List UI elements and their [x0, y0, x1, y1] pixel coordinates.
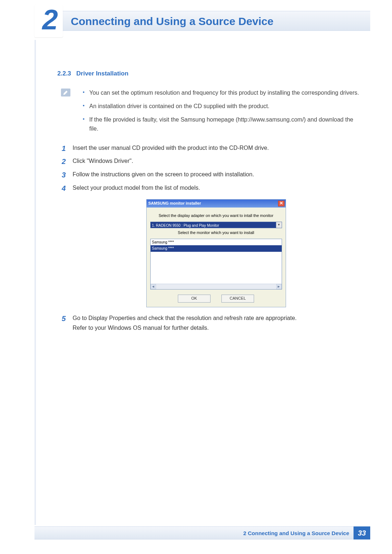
chapter-number: 2 — [42, 5, 56, 34]
dialog-body: Select the display adapter on which you … — [147, 208, 286, 307]
step-extra-text: Refer to your Windows OS manual for furt… — [73, 324, 359, 333]
close-icon[interactable]: ✕ — [278, 201, 285, 206]
step-text: Click "Windows Driver". — [73, 158, 133, 164]
horizontal-scrollbar[interactable]: ◄ ► — [151, 284, 282, 289]
scroll-left-icon[interactable]: ◄ — [151, 284, 156, 289]
cancel-button[interactable]: CANCEL — [221, 295, 254, 303]
adapter-combobox[interactable]: 1. RADEON 9550 : Plug and Play Monitor ▾ — [150, 222, 282, 228]
note-item: An installation driver is contained on t… — [83, 102, 359, 111]
step-number: 1 — [62, 143, 66, 154]
adapter-label: Select the display adapter on which you … — [150, 213, 282, 219]
scroll-right-icon[interactable]: ► — [276, 284, 282, 289]
step-item: 1 Insert the user manual CD provided wit… — [62, 144, 359, 153]
step-text: Follow the instructions given on the scr… — [73, 171, 254, 177]
list-item[interactable]: Samsung **** — [151, 239, 282, 246]
step-number: 5 — [62, 313, 66, 324]
step-item: 5 Go to Display Properties and check tha… — [62, 314, 359, 333]
step-number: 3 — [62, 169, 66, 181]
footer-band: 2 Connecting and Using a Source Device 3… — [34, 526, 370, 539]
chapter-title: Connecting and Using a Source Device — [71, 15, 273, 28]
steps-list: 1 Insert the user manual CD provided wit… — [62, 144, 359, 333]
page: 2 Connecting and Using a Source Device 2… — [0, 0, 392, 554]
dialog-titlebar: SAMSUNG monitor installer ✕ — [147, 200, 286, 208]
step-text: Go to Display Properties and check that … — [73, 315, 297, 321]
section-number: 2.2.3 — [57, 70, 71, 77]
side-accent-bar — [34, 40, 36, 525]
dialog-buttons: OK CANCEL — [150, 295, 282, 303]
ok-button[interactable]: OK — [178, 295, 211, 303]
content-area: 2.2.3 Driver Installation You can set th… — [57, 69, 359, 337]
note-item: You can set the optimum resolution and f… — [83, 89, 359, 98]
note-block: You can set the optimum resolution and f… — [62, 89, 359, 133]
note-text: You can set the optimum resolution and f… — [89, 90, 359, 96]
monitor-listbox[interactable]: Samsung **** Samsung **** ◄ ► — [150, 239, 282, 290]
chapter-badge: 2 — [34, 5, 63, 37]
page-number-badge: 33 — [354, 526, 370, 539]
step-item: 3 Follow the instructions given on the s… — [62, 170, 359, 179]
step-text: Select your product model from the list … — [73, 185, 200, 191]
section-heading: 2.2.3 Driver Installation — [57, 69, 359, 78]
note-text: An installation driver is contained on t… — [89, 103, 269, 109]
section-title: Driver Installation — [76, 70, 128, 77]
step-number: 2 — [62, 156, 66, 167]
monitor-label: Select the monitor which you want to ins… — [150, 230, 282, 236]
adapter-combobox-value: 1. RADEON 9550 : Plug and Play Monitor — [151, 222, 276, 228]
note-list: You can set the optimum resolution and f… — [83, 89, 359, 133]
note-text: If the file provided is faulty, visit th… — [89, 116, 353, 132]
list-item-selected[interactable]: Samsung **** — [151, 245, 282, 252]
step-item: 4 Select your product model from the lis… — [62, 184, 359, 307]
note-icon — [61, 89, 70, 97]
dialog-title: SAMSUNG monitor installer — [148, 200, 201, 206]
installer-dialog: SAMSUNG monitor installer ✕ Select the d… — [146, 199, 286, 307]
step-item: 2 Click "Windows Driver". — [62, 157, 359, 166]
note-item: If the file provided is faulty, visit th… — [83, 115, 359, 134]
footer-text: 2 Connecting and Using a Source Device — [243, 530, 349, 536]
installer-figure: SAMSUNG monitor installer ✕ Select the d… — [146, 199, 286, 307]
step-text: Insert the user manual CD provided with … — [73, 145, 269, 151]
chevron-down-icon[interactable]: ▾ — [276, 222, 282, 228]
step-number: 4 — [62, 183, 66, 194]
